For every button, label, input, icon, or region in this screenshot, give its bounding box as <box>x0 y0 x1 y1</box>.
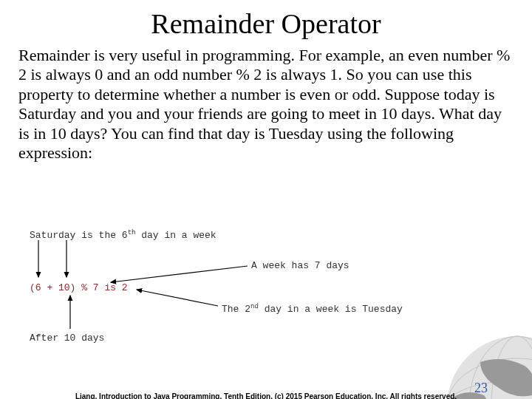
svg-line-3 <box>137 290 218 306</box>
footer-citation: Liang, Introduction to Java Programming,… <box>0 392 532 399</box>
svg-line-2 <box>111 266 248 282</box>
slide-body: Remainder is very useful in programming.… <box>18 46 514 163</box>
globe-decoration <box>406 318 532 399</box>
page-number: 23 <box>474 381 488 396</box>
slide: Remainder Operator Remainder is very use… <box>0 7 532 399</box>
slide-title: Remainder Operator <box>0 7 532 40</box>
